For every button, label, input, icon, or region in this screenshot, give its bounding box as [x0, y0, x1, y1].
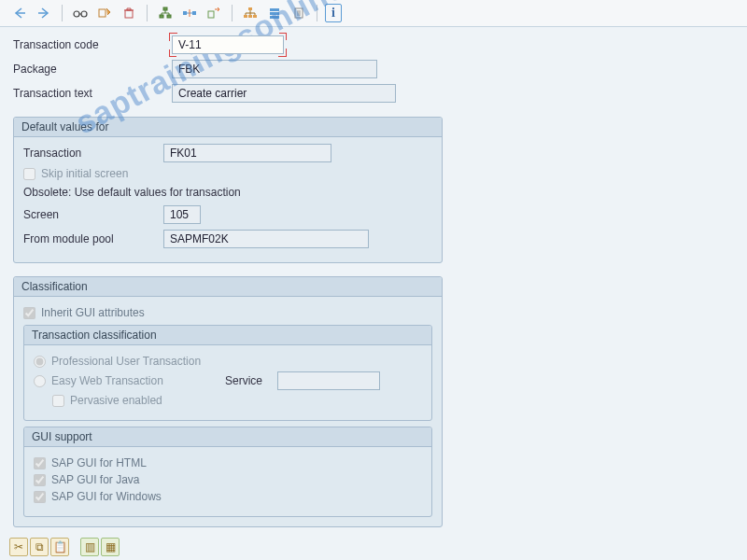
toolbar-separator — [147, 5, 148, 21]
service-label: Service — [225, 374, 262, 387]
application-toolbar: i — [0, 0, 747, 27]
document-icon[interactable] — [289, 4, 309, 22]
prof-user-radio — [34, 356, 46, 368]
svg-rect-9 — [208, 11, 214, 18]
gui-title: GUI support — [24, 427, 431, 447]
trans-class-title: Transaction classification — [24, 326, 431, 345]
transaction-label: Transaction — [23, 147, 163, 160]
modpool-label: From module pool — [23, 232, 163, 245]
classification-title: Classification — [14, 277, 442, 297]
layout1-icon[interactable]: ▥ — [80, 538, 99, 556]
skip-initial-checkbox — [23, 168, 35, 180]
classification-group: Classification Inherit GUI attributes Tr… — [13, 276, 443, 527]
display-change-icon[interactable] — [94, 4, 115, 22]
svg-rect-11 — [244, 15, 247, 18]
svg-point-0 — [74, 11, 79, 17]
hierarchy-icon[interactable] — [155, 4, 176, 22]
package-field[interactable]: FBK — [172, 60, 377, 78]
modpool-field[interactable]: SAPMF02K — [163, 230, 369, 248]
gui-java-checkbox — [34, 474, 46, 486]
gui-html-checkbox — [34, 457, 46, 469]
defaults-group: Default values for Transaction FK01 Skip… — [13, 117, 443, 263]
svg-rect-5 — [160, 15, 163, 18]
easy-web-radio — [34, 375, 46, 387]
inherit-label: Inherit GUI attributes — [41, 306, 145, 319]
package-label: Package — [13, 63, 172, 76]
info-glyph: i — [331, 6, 335, 21]
svg-rect-4 — [163, 7, 167, 10]
svg-rect-10 — [248, 7, 252, 10]
svg-rect-14 — [270, 8, 279, 11]
toolbar-separator — [317, 5, 317, 21]
gui-win-label: SAP GUI for Windows — [51, 490, 162, 503]
stack-icon[interactable] — [264, 4, 285, 22]
ttext-field[interactable]: Create carrier — [172, 84, 396, 103]
gui-html-label: SAP GUI for HTML — [51, 456, 147, 469]
svg-rect-3 — [125, 10, 133, 18]
pervasive-checkbox — [52, 395, 64, 407]
gui-support-group: GUI support SAP GUI for HTML SAP GUI for… — [23, 427, 432, 517]
org-icon[interactable] — [240, 4, 261, 22]
easy-web-label: Easy Web Transaction — [51, 374, 219, 387]
svg-rect-15 — [270, 12, 279, 15]
screen-field[interactable]: 105 — [163, 205, 201, 224]
toolbar-separator — [232, 5, 233, 21]
back-icon[interactable] — [9, 4, 30, 22]
paste-icon[interactable]: 📋 — [50, 538, 69, 556]
svg-rect-7 — [183, 11, 187, 15]
tcode-field[interactable]: V-11 — [172, 35, 284, 54]
prof-user-label: Professional User Transaction — [51, 355, 201, 368]
transaction-classification-group: Transaction classification Professional … — [23, 325, 432, 421]
glasses-icon[interactable] — [70, 4, 91, 22]
svg-rect-16 — [270, 16, 279, 19]
svg-rect-13 — [253, 15, 257, 18]
pervasive-label: Pervasive enabled — [70, 394, 162, 407]
tcode-label: Transaction code — [13, 38, 172, 51]
svg-rect-2 — [99, 9, 106, 17]
toolbar-separator — [62, 5, 63, 21]
inherit-checkbox — [23, 307, 35, 319]
main-content: Transaction code V-11 Package FBK Transa… — [0, 27, 747, 535]
gui-java-label: SAP GUI for Java — [51, 473, 139, 486]
delete-icon[interactable] — [119, 4, 139, 22]
export-icon[interactable] — [204, 4, 224, 22]
ttext-label: Transaction text — [13, 87, 172, 100]
layout2-icon[interactable]: ▦ — [101, 538, 120, 556]
skip-initial-label: Skip initial screen — [41, 167, 128, 180]
svg-rect-8 — [192, 11, 196, 15]
forward-icon[interactable] — [34, 4, 54, 22]
info-icon[interactable]: i — [325, 4, 342, 22]
gui-win-checkbox — [34, 491, 46, 503]
network-icon[interactable] — [179, 4, 200, 22]
svg-rect-6 — [167, 15, 171, 18]
svg-point-1 — [81, 11, 87, 17]
cut-icon[interactable]: ✂ — [9, 538, 28, 556]
svg-rect-12 — [248, 15, 252, 18]
footer-toolbar: ✂ ⧉ 📋 ▥ ▦ — [9, 538, 120, 556]
screen-label: Screen — [23, 208, 163, 221]
service-field — [277, 371, 380, 390]
obsolete-text: Obsolete: Use default values for transac… — [23, 186, 432, 199]
copy-icon[interactable]: ⧉ — [30, 538, 49, 556]
transaction-field[interactable]: FK01 — [163, 144, 331, 162]
defaults-title: Default values for — [14, 118, 442, 137]
